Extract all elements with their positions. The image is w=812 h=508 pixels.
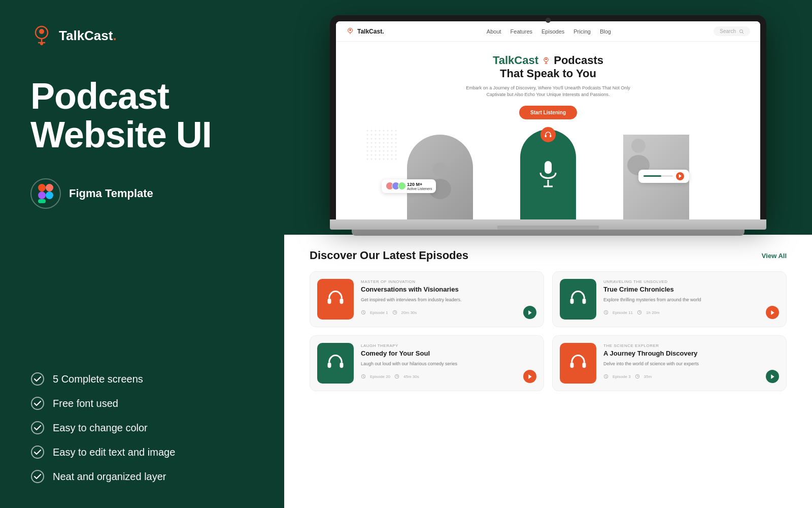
play-button-2[interactable] bbox=[766, 306, 779, 319]
website-search[interactable]: Search bbox=[714, 26, 750, 36]
svg-rect-48 bbox=[583, 362, 586, 368]
episode-thumb-4 bbox=[560, 343, 596, 384]
person-right-silhouette bbox=[623, 135, 654, 175]
episodes-header: Discover Our Latest Episodes View All bbox=[310, 249, 787, 262]
episode-info-3: Laugh Therapy Comedy for Your Soul Laugh… bbox=[361, 343, 536, 383]
laptop-screen: TalkCast. About Features Episodes Pricin… bbox=[336, 21, 760, 219]
svg-point-11 bbox=[31, 397, 44, 409]
laptop-mockup: TalkCast. About Features Episodes Pricin… bbox=[330, 15, 766, 236]
play-button-3[interactable] bbox=[523, 370, 536, 383]
listeners-label: Active Listeners bbox=[407, 187, 432, 190]
laptop-camera bbox=[546, 18, 551, 23]
clock-icon-1 bbox=[392, 310, 397, 315]
svg-rect-7 bbox=[38, 192, 46, 199]
feature-text-2: Free font used bbox=[53, 398, 118, 409]
nav-episodes[interactable]: Episodes bbox=[542, 28, 564, 35]
brand-name: TalkCast. bbox=[59, 28, 117, 44]
nav-pricing[interactable]: Pricing bbox=[573, 28, 591, 35]
episodes-section-title: Discover Our Latest Episodes bbox=[310, 249, 468, 262]
feature-text-4: Easy to edit text and image bbox=[53, 447, 175, 458]
episodes-section: Discover Our Latest Episodes View All Ma… bbox=[284, 235, 812, 508]
website-nav: TalkCast. About Features Episodes Pricin… bbox=[336, 21, 760, 42]
play-button-4[interactable] bbox=[766, 370, 779, 383]
episodes-grid: Master of Innovation Conversations with … bbox=[310, 271, 787, 391]
headphone-icon-4 bbox=[568, 355, 588, 372]
episode-info-4: The Science Explorer A Journey Through D… bbox=[603, 343, 779, 383]
left-panel: TalkCast. Podcast Website UI Figma Templ… bbox=[0, 0, 284, 508]
headphone-icon-3 bbox=[326, 355, 345, 372]
listeners-badge: 120 M+ Active Listeners bbox=[382, 179, 436, 193]
episode-info-2: Unraveling the Unsolved True Crime Chron… bbox=[603, 279, 779, 319]
episode-duration-2: 1h 20m bbox=[646, 310, 660, 315]
episode-icon-1 bbox=[361, 310, 366, 315]
episode-meta-2: Episode 11 1h 20m bbox=[603, 306, 779, 319]
listener-avatar-3 bbox=[398, 182, 406, 190]
player-progress-fill bbox=[644, 175, 661, 177]
start-listening-button[interactable]: Start Listening bbox=[519, 106, 577, 119]
episode-duration-1: 20m 30s bbox=[401, 310, 417, 315]
figma-template-label: Figma Template bbox=[69, 187, 153, 200]
player-bar bbox=[638, 170, 689, 183]
svg-rect-36 bbox=[340, 298, 344, 304]
talkcast-logo-icon bbox=[30, 24, 53, 47]
svg-point-21 bbox=[545, 58, 547, 60]
figma-icon bbox=[30, 178, 61, 209]
website-logo-icon bbox=[346, 27, 354, 36]
play-button-1[interactable] bbox=[523, 306, 536, 319]
svg-rect-44 bbox=[340, 362, 344, 368]
website-nav-links: About Features Episodes Pricing Blog bbox=[487, 28, 611, 35]
hero-podcast-icon bbox=[542, 56, 551, 66]
svg-rect-43 bbox=[328, 362, 331, 368]
check-icon-3 bbox=[30, 421, 45, 435]
svg-rect-28 bbox=[545, 161, 552, 174]
right-panel: TalkCast. About Features Episodes Pricin… bbox=[284, 0, 812, 508]
episode-category-4: The Science Explorer bbox=[603, 343, 779, 348]
laptop-stand bbox=[352, 230, 745, 236]
svg-rect-47 bbox=[570, 362, 574, 368]
listeners-avatars bbox=[386, 182, 404, 190]
nav-about[interactable]: About bbox=[487, 28, 501, 35]
episode-icon-2 bbox=[603, 310, 608, 315]
player-play-button[interactable] bbox=[676, 172, 684, 180]
view-all-link[interactable]: View All bbox=[762, 252, 787, 260]
hero-center-green bbox=[520, 130, 576, 219]
hero-title-green: TalkCast bbox=[493, 54, 538, 67]
episode-num-3: Episode 20 bbox=[370, 374, 390, 379]
play-icon-1 bbox=[527, 310, 532, 315]
feature-item-4: Easy to edit text and image bbox=[30, 445, 254, 459]
listeners-count: 120 M+ bbox=[407, 182, 432, 187]
episode-thumb-1 bbox=[317, 279, 354, 320]
svg-rect-33 bbox=[545, 135, 547, 137]
svg-rect-6 bbox=[46, 184, 53, 192]
laptop-screen-wrapper: TalkCast. About Features Episodes Pricin… bbox=[330, 15, 766, 219]
feature-item-2: Free font used bbox=[30, 396, 254, 410]
headphone-icon bbox=[544, 131, 552, 138]
episode-category-3: Laugh Therapy bbox=[361, 343, 536, 348]
nav-features[interactable]: Features bbox=[511, 28, 532, 35]
play-icon-3 bbox=[527, 374, 532, 379]
episode-card-2: Unraveling the Unsolved True Crime Chron… bbox=[552, 271, 787, 327]
svg-point-12 bbox=[31, 422, 44, 434]
website-hero-title: TalkCast PodcastsThat Speak to You bbox=[356, 54, 740, 81]
play-icon-4 bbox=[770, 374, 775, 379]
episode-num-2: Episode 11 bbox=[613, 310, 633, 315]
svg-point-14 bbox=[31, 470, 44, 483]
svg-point-31 bbox=[631, 139, 646, 153]
episode-desc-1: Get inspired with interviews from indust… bbox=[361, 297, 536, 303]
nav-blog[interactable]: Blog bbox=[600, 28, 611, 35]
feature-text-3: Easy to change color bbox=[53, 422, 148, 434]
svg-point-16 bbox=[349, 29, 351, 31]
svg-point-4 bbox=[40, 42, 43, 45]
episode-category-2: Unraveling the Unsolved bbox=[603, 279, 779, 284]
episode-desc-2: Explore thrilling mysteries from around … bbox=[603, 297, 779, 303]
episode-name-2: True Crime Chronicles bbox=[603, 285, 779, 294]
feature-text-1: 5 Complete screens bbox=[53, 373, 143, 385]
svg-rect-40 bbox=[583, 298, 586, 304]
episode-meta-4: Episode 3 35m bbox=[603, 370, 779, 383]
headphone-icon-2 bbox=[568, 291, 588, 308]
play-icon-2 bbox=[770, 310, 775, 315]
svg-rect-5 bbox=[38, 184, 46, 192]
feature-item-5: Neat and organized layer bbox=[30, 469, 254, 484]
svg-point-26 bbox=[433, 163, 447, 177]
brand-logo: TalkCast. bbox=[30, 24, 254, 47]
